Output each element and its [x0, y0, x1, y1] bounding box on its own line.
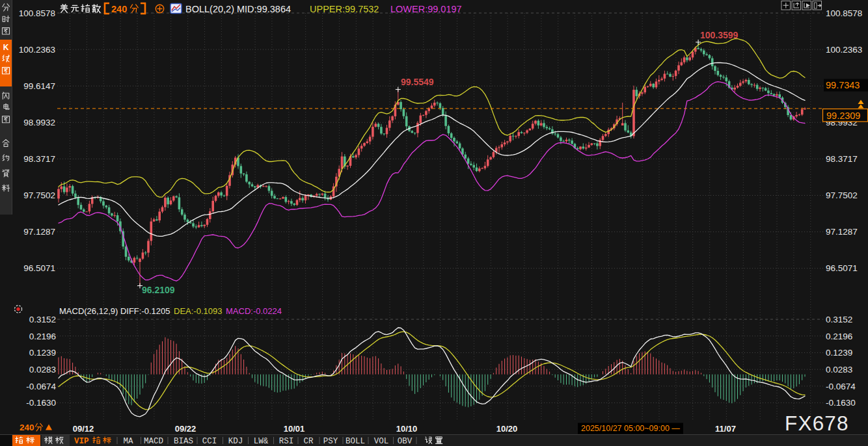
svg-text:0.0283: 0.0283 [826, 365, 852, 374]
svg-text:100.2363: 100.2363 [19, 45, 55, 55]
svg-text:MACD(26,12,9) DIFF:-0.1205: MACD(26,12,9) DIFF:-0.1205 [59, 306, 170, 316]
svg-text:98.3717: 98.3717 [826, 154, 858, 164]
svg-text:-0.0674: -0.0674 [826, 382, 856, 391]
svg-text:VOL: VOL [374, 437, 389, 446]
svg-text:RSI: RSI [279, 437, 294, 446]
svg-text:96.5071: 96.5071 [23, 263, 55, 273]
svg-text:K: K [3, 43, 9, 52]
svg-text:10/10: 10/10 [396, 424, 418, 434]
svg-text:BIAS: BIAS [174, 437, 193, 446]
svg-text:100.8578: 100.8578 [826, 8, 862, 18]
svg-text:09/12: 09/12 [73, 424, 94, 434]
svg-text:LOWER:99.0197: LOWER:99.0197 [390, 4, 462, 14]
svg-text:11/07: 11/07 [715, 424, 736, 434]
svg-text:99.6147: 99.6147 [23, 81, 55, 91]
svg-text:0.0283: 0.0283 [29, 365, 56, 374]
svg-text:97.7502: 97.7502 [826, 190, 858, 200]
svg-text:97.1287: 97.1287 [23, 227, 55, 237]
svg-text:CR: CR [303, 437, 314, 446]
svg-text:LW&: LW& [254, 437, 269, 446]
svg-text:100.3599: 100.3599 [700, 30, 739, 40]
svg-text:-0.0674: -0.0674 [26, 382, 56, 391]
svg-text:09/22: 09/22 [175, 424, 197, 434]
svg-text:0.3152: 0.3152 [29, 315, 56, 324]
svg-text:2025/10/27 05:00~09:00 —: 2025/10/27 05:00~09:00 — [581, 424, 680, 433]
svg-text:-0.1630: -0.1630 [26, 398, 56, 408]
svg-text:10/01: 10/01 [284, 424, 305, 434]
svg-text:0.2196: 0.2196 [826, 332, 852, 341]
svg-text:BOLL(20,2) MID:99.3864: BOLL(20,2) MID:99.3864 [185, 4, 291, 14]
svg-text:VIP: VIP [74, 437, 89, 446]
svg-text:97.7502: 97.7502 [23, 190, 55, 200]
svg-text:98.9932: 98.9932 [23, 118, 55, 127]
svg-text:96.2109: 96.2109 [142, 285, 175, 295]
svg-text:99.2309: 99.2309 [826, 111, 860, 121]
svg-text:0.1239: 0.1239 [826, 348, 852, 358]
svg-text:98.3717: 98.3717 [23, 154, 55, 164]
svg-text:99.5549: 99.5549 [401, 77, 434, 87]
svg-text:10/20: 10/20 [496, 424, 518, 434]
svg-text:0.1239: 0.1239 [29, 348, 56, 358]
svg-text:FX678: FX678 [785, 412, 849, 435]
svg-text:0.3152: 0.3152 [826, 315, 852, 324]
svg-text:PSY: PSY [323, 437, 338, 446]
svg-text:97.1287: 97.1287 [826, 227, 858, 237]
svg-text:CCI: CCI [202, 437, 217, 446]
svg-text:MACD:-0.0224: MACD:-0.0224 [226, 306, 282, 316]
svg-text:240: 240 [111, 4, 127, 14]
svg-text:MACD: MACD [144, 437, 163, 446]
svg-text:96.5071: 96.5071 [826, 263, 858, 273]
svg-text:DEA:-0.1093: DEA:-0.1093 [174, 306, 222, 316]
svg-text:KDJ: KDJ [228, 437, 243, 446]
svg-text:0.2196: 0.2196 [29, 332, 56, 341]
svg-text:100.2363: 100.2363 [826, 45, 862, 55]
svg-text:BOLL: BOLL [346, 437, 365, 446]
svg-text:MA: MA [123, 437, 133, 446]
svg-text:240: 240 [20, 423, 34, 432]
svg-text:OBV: OBV [398, 437, 413, 446]
svg-text:UPPER:99.7532: UPPER:99.7532 [310, 4, 379, 14]
svg-text:99.7343: 99.7343 [826, 80, 860, 90]
svg-text:100.8578: 100.8578 [19, 8, 55, 18]
svg-text:-0.1630: -0.1630 [826, 398, 856, 408]
